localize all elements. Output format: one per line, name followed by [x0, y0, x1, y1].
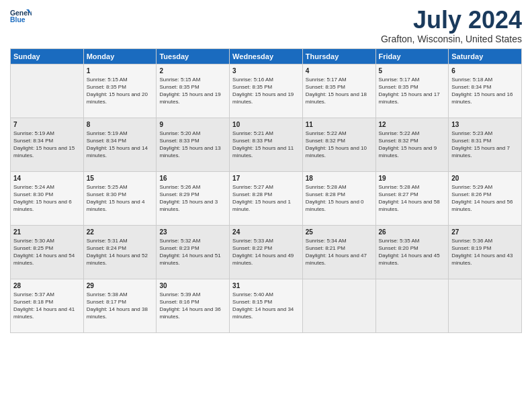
- day-detail: Sunrise: 5:29 AMSunset: 8:26 PMDaylight:…: [451, 183, 519, 214]
- weekday-header-monday: Monday: [83, 48, 157, 64]
- day-cell: 28Sunrise: 5:37 AMSunset: 8:18 PMDayligh…: [11, 279, 84, 332]
- calendar-table: SundayMondayTuesdayWednesdayThursdayFrid…: [10, 48, 522, 333]
- day-cell: [449, 279, 522, 332]
- day-number: 2: [159, 67, 226, 75]
- day-detail: Sunrise: 5:15 AMSunset: 8:35 PMDaylight:…: [87, 76, 154, 106]
- day-cell: 18Sunrise: 5:28 AMSunset: 8:28 PMDayligh…: [302, 171, 375, 225]
- day-number: 28: [13, 282, 81, 289]
- month-title: July 2024: [381, 7, 522, 34]
- day-number: 18: [306, 175, 373, 182]
- day-number: 30: [159, 282, 226, 289]
- day-detail: Sunrise: 5:36 AMSunset: 8:19 PMDaylight:…: [451, 237, 519, 267]
- day-detail: Sunrise: 5:18 AMSunset: 8:34 PMDaylight:…: [451, 76, 519, 106]
- day-number: 16: [159, 175, 226, 182]
- day-detail: Sunrise: 5:19 AMSunset: 8:34 PMDaylight:…: [13, 130, 81, 160]
- day-detail: Sunrise: 5:19 AMSunset: 8:34 PMDaylight:…: [87, 130, 154, 160]
- day-cell: 16Sunrise: 5:26 AMSunset: 8:29 PMDayligh…: [157, 171, 230, 225]
- day-cell: 30Sunrise: 5:39 AMSunset: 8:16 PMDayligh…: [157, 279, 230, 332]
- day-cell: 23Sunrise: 5:32 AMSunset: 8:23 PMDayligh…: [157, 225, 230, 279]
- day-cell: 31Sunrise: 5:40 AMSunset: 8:15 PMDayligh…: [230, 279, 303, 332]
- day-number: 6: [451, 67, 519, 75]
- day-cell: 15Sunrise: 5:25 AMSunset: 8:30 PMDayligh…: [83, 171, 157, 225]
- day-cell: 5Sunrise: 5:17 AMSunset: 8:35 PMDaylight…: [375, 64, 449, 118]
- day-number: 4: [306, 67, 373, 75]
- day-cell: 1Sunrise: 5:15 AMSunset: 8:35 PMDaylight…: [83, 64, 157, 118]
- week-row-1: 1Sunrise: 5:15 AMSunset: 8:35 PMDaylight…: [11, 64, 522, 118]
- day-number: 7: [13, 121, 81, 128]
- day-detail: Sunrise: 5:17 AMSunset: 8:35 PMDaylight:…: [306, 76, 373, 106]
- day-number: 21: [13, 228, 81, 236]
- day-cell: 29Sunrise: 5:38 AMSunset: 8:17 PMDayligh…: [83, 279, 157, 332]
- day-number: 9: [159, 121, 226, 128]
- day-number: 19: [379, 175, 446, 182]
- day-detail: Sunrise: 5:22 AMSunset: 8:32 PMDaylight:…: [379, 130, 446, 160]
- day-cell: 14Sunrise: 5:24 AMSunset: 8:30 PMDayligh…: [11, 171, 84, 225]
- day-detail: Sunrise: 5:15 AMSunset: 8:35 PMDaylight:…: [159, 76, 226, 106]
- calendar-page: General Blue July 2024 Grafton, Wisconsi…: [0, 0, 532, 411]
- header: General Blue July 2024 Grafton, Wisconsi…: [10, 7, 522, 44]
- day-number: 29: [87, 282, 154, 289]
- day-number: 25: [306, 228, 373, 236]
- day-number: 1: [87, 67, 154, 75]
- day-cell: 17Sunrise: 5:27 AMSunset: 8:28 PMDayligh…: [230, 171, 303, 225]
- day-cell: 20Sunrise: 5:29 AMSunset: 8:26 PMDayligh…: [449, 171, 522, 225]
- day-detail: Sunrise: 5:30 AMSunset: 8:25 PMDaylight:…: [13, 237, 81, 267]
- day-detail: Sunrise: 5:31 AMSunset: 8:24 PMDaylight:…: [87, 237, 154, 267]
- day-cell: 24Sunrise: 5:33 AMSunset: 8:22 PMDayligh…: [230, 225, 303, 279]
- weekday-header-sunday: Sunday: [11, 48, 84, 64]
- weekday-header-saturday: Saturday: [449, 48, 522, 64]
- day-number: 3: [232, 67, 300, 75]
- day-detail: Sunrise: 5:38 AMSunset: 8:17 PMDaylight:…: [87, 291, 154, 321]
- day-number: 17: [232, 175, 300, 182]
- day-detail: Sunrise: 5:27 AMSunset: 8:28 PMDaylight:…: [232, 183, 300, 214]
- day-number: 10: [232, 121, 300, 128]
- day-number: 24: [232, 228, 300, 236]
- day-cell: 19Sunrise: 5:28 AMSunset: 8:27 PMDayligh…: [375, 171, 449, 225]
- day-cell: 8Sunrise: 5:19 AMSunset: 8:34 PMDaylight…: [83, 118, 157, 171]
- day-detail: Sunrise: 5:21 AMSunset: 8:33 PMDaylight:…: [232, 130, 300, 160]
- day-detail: Sunrise: 5:24 AMSunset: 8:30 PMDaylight:…: [13, 183, 81, 214]
- day-cell: 11Sunrise: 5:22 AMSunset: 8:32 PMDayligh…: [302, 118, 375, 171]
- day-detail: Sunrise: 5:23 AMSunset: 8:31 PMDaylight:…: [451, 130, 519, 160]
- logo: General Blue: [10, 7, 32, 26]
- day-cell: 25Sunrise: 5:34 AMSunset: 8:21 PMDayligh…: [302, 225, 375, 279]
- day-detail: Sunrise: 5:40 AMSunset: 8:15 PMDaylight:…: [232, 291, 300, 321]
- day-number: 13: [451, 121, 519, 128]
- week-row-3: 14Sunrise: 5:24 AMSunset: 8:30 PMDayligh…: [11, 171, 522, 225]
- day-number: 14: [13, 175, 81, 182]
- day-detail: Sunrise: 5:33 AMSunset: 8:22 PMDaylight:…: [232, 237, 300, 267]
- day-cell: 26Sunrise: 5:35 AMSunset: 8:20 PMDayligh…: [375, 225, 449, 279]
- day-cell: 22Sunrise: 5:31 AMSunset: 8:24 PMDayligh…: [83, 225, 157, 279]
- location: Grafton, Wisconsin, United States: [381, 34, 522, 44]
- day-cell: 10Sunrise: 5:21 AMSunset: 8:33 PMDayligh…: [230, 118, 303, 171]
- day-detail: Sunrise: 5:35 AMSunset: 8:20 PMDaylight:…: [379, 237, 446, 267]
- day-cell: [302, 279, 375, 332]
- title-block: July 2024 Grafton, Wisconsin, United Sta…: [381, 7, 522, 44]
- day-cell: 2Sunrise: 5:15 AMSunset: 8:35 PMDaylight…: [157, 64, 230, 118]
- day-number: 8: [87, 121, 154, 128]
- day-cell: 21Sunrise: 5:30 AMSunset: 8:25 PMDayligh…: [11, 225, 84, 279]
- day-number: 12: [379, 121, 446, 128]
- day-cell: 13Sunrise: 5:23 AMSunset: 8:31 PMDayligh…: [449, 118, 522, 171]
- week-row-5: 28Sunrise: 5:37 AMSunset: 8:18 PMDayligh…: [11, 279, 522, 332]
- day-detail: Sunrise: 5:22 AMSunset: 8:32 PMDaylight:…: [306, 130, 373, 160]
- day-detail: Sunrise: 5:25 AMSunset: 8:30 PMDaylight:…: [87, 183, 154, 214]
- day-cell: 27Sunrise: 5:36 AMSunset: 8:19 PMDayligh…: [449, 225, 522, 279]
- day-cell: 7Sunrise: 5:19 AMSunset: 8:34 PMDaylight…: [11, 118, 84, 171]
- logo-svg: General Blue: [10, 7, 32, 26]
- week-row-2: 7Sunrise: 5:19 AMSunset: 8:34 PMDaylight…: [11, 118, 522, 171]
- day-cell: [11, 64, 84, 118]
- day-detail: Sunrise: 5:34 AMSunset: 8:21 PMDaylight:…: [306, 237, 373, 267]
- day-detail: Sunrise: 5:39 AMSunset: 8:16 PMDaylight:…: [159, 291, 226, 321]
- day-detail: Sunrise: 5:16 AMSunset: 8:35 PMDaylight:…: [232, 76, 300, 106]
- day-cell: 6Sunrise: 5:18 AMSunset: 8:34 PMDaylight…: [449, 64, 522, 118]
- day-number: 26: [379, 228, 446, 236]
- day-cell: 3Sunrise: 5:16 AMSunset: 8:35 PMDaylight…: [230, 64, 303, 118]
- day-cell: [375, 279, 449, 332]
- day-number: 15: [87, 175, 154, 182]
- day-number: 11: [306, 121, 373, 128]
- day-detail: Sunrise: 5:17 AMSunset: 8:35 PMDaylight:…: [379, 76, 446, 106]
- day-number: 27: [451, 228, 519, 236]
- day-detail: Sunrise: 5:28 AMSunset: 8:27 PMDaylight:…: [379, 183, 446, 214]
- day-number: 23: [159, 228, 226, 236]
